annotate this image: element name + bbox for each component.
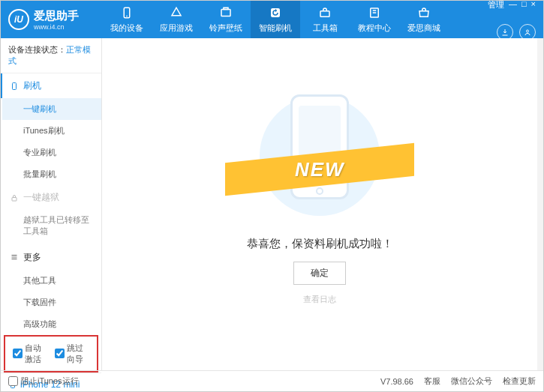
nav-flash[interactable]: 智能刷机 (251, 1, 300, 38)
app-logo-icon: iU (8, 9, 29, 30)
logo-block: iU 爱思助手 www.i4.cn (1, 9, 102, 31)
sidebar: 设备连接状态：正常模式 刷机 一键刷机 iTunes刷机 专业刷机 批量刷机 (1, 38, 102, 370)
sidebar-item-download[interactable]: 下载固件 (2, 292, 101, 313)
svg-rect-2 (221, 9, 230, 16)
apps-icon (170, 6, 183, 19)
sidebar-header-more[interactable]: 更多 (2, 245, 101, 270)
ribbon-text: NEW (295, 158, 345, 181)
user-icon (523, 28, 532, 37)
nav-my-device[interactable]: 我的设备 (102, 1, 152, 38)
body: 设备连接状态：正常模式 刷机 一键刷机 iTunes刷机 专业刷机 批量刷机 (1, 38, 543, 370)
sidebar-header-label: 更多 (23, 251, 41, 264)
sidebar-item-advanced[interactable]: 高级功能 (2, 313, 101, 335)
sidebar-header-label: 一键越狱 (23, 191, 59, 204)
conn-label: 设备连接状态： (8, 45, 66, 54)
block-itunes-input[interactable] (8, 376, 18, 386)
success-message: 恭喜您，保资料刷机成功啦！ (247, 237, 393, 251)
checkbox-label: 自动激活 (25, 343, 47, 365)
block-itunes-label: 阻止iTunes运行 (21, 376, 79, 387)
sidebar-item-oneclick[interactable]: 一键刷机 (2, 98, 101, 120)
sidebar-section-more: 更多 其他工具 下载固件 高级功能 (1, 245, 101, 335)
scrollbar[interactable] (537, 38, 543, 370)
phone-icon (120, 6, 134, 19)
svg-rect-3 (224, 7, 228, 9)
phone-icon (10, 82, 19, 91)
nav-ringtones[interactable]: 铃声壁纸 (201, 1, 251, 38)
svg-rect-5 (320, 10, 329, 16)
statusbar: 阻止iTunes运行 V7.98.66 客服 微信公众号 检查更新 (1, 370, 543, 391)
update-link[interactable]: 检查更新 (503, 376, 536, 387)
svg-point-9 (527, 30, 529, 32)
sidebar-item-other[interactable]: 其他工具 (2, 270, 101, 292)
wallpaper-icon (219, 6, 233, 19)
titlebar: iU 爱思助手 www.i4.cn 我的设备 应用游戏 铃声壁纸 智能刷机 (1, 1, 543, 38)
nav-label: 智能刷机 (259, 22, 292, 34)
sidebar-item-itunes[interactable]: iTunes刷机 (2, 120, 101, 142)
menu-icon (10, 253, 19, 262)
sidebar-header-label: 刷机 (23, 79, 41, 92)
nav-label: 工具箱 (313, 22, 338, 34)
maximize-button[interactable]: □ (521, 0, 527, 10)
checkbox-label: 跳过向导 (67, 343, 89, 365)
main-content: NEW 恭喜您，保资料刷机成功啦！ 确定 查看日志 (102, 38, 537, 370)
nav-label: 铃声壁纸 (209, 22, 242, 34)
connection-status: 设备连接状态：正常模式 (1, 38, 101, 73)
sidebar-item-pro[interactable]: 专业刷机 (2, 142, 101, 163)
nav-label: 教程中心 (358, 22, 391, 34)
app-name: 爱思助手 (34, 9, 79, 23)
view-log-link[interactable]: 查看日志 (303, 294, 336, 305)
sidebar-header-flash[interactable]: 刷机 (1, 73, 101, 98)
close-button[interactable]: × (531, 0, 536, 10)
svg-rect-10 (13, 82, 17, 89)
skip-guide-checkbox[interactable]: 跳过向导 (55, 343, 89, 365)
nav-store[interactable]: 爱思商城 (399, 1, 449, 38)
block-itunes-checkbox[interactable]: 阻止iTunes运行 (8, 376, 79, 387)
nav-tabs: 我的设备 应用游戏 铃声壁纸 智能刷机 工具箱 教程中心 (102, 1, 488, 38)
auto-activate-input[interactable] (13, 349, 23, 358)
nav-label: 应用游戏 (160, 22, 193, 34)
wechat-link[interactable]: 微信公众号 (451, 376, 492, 387)
toolbox-icon (318, 6, 332, 19)
sidebar-section-jailbreak: 一键越狱 越狱工具已转移至工具箱 (1, 185, 101, 245)
menu-button[interactable]: 管理 (488, 0, 504, 10)
download-icon (500, 28, 509, 37)
nav-label: 爱思商城 (407, 22, 440, 34)
nav-label: 我的设备 (110, 22, 143, 34)
store-icon (417, 6, 431, 19)
window-controls: 管理 — □ × (488, 0, 536, 10)
status-right: V7.98.66 客服 微信公众号 检查更新 (380, 376, 536, 387)
minimize-button[interactable]: — (509, 0, 517, 10)
auto-activate-checkbox[interactable]: 自动激活 (13, 343, 47, 365)
options-checkboxes: 自动激活 跳过向导 (4, 335, 98, 373)
app-window: iU 爱思助手 www.i4.cn 我的设备 应用游戏 铃声壁纸 智能刷机 (0, 0, 544, 392)
sidebar-section-flash: 刷机 一键刷机 iTunes刷机 专业刷机 批量刷机 (1, 73, 101, 185)
jailbreak-note: 越狱工具已转移至工具箱 (2, 210, 101, 245)
svg-rect-11 (12, 197, 17, 201)
success-illustration: NEW (245, 88, 395, 223)
skip-guide-input[interactable] (55, 349, 65, 358)
nav-toolbox[interactable]: 工具箱 (300, 1, 350, 38)
lock-icon (10, 193, 19, 202)
ok-button[interactable]: 确定 (293, 262, 346, 285)
refresh-icon (269, 6, 282, 19)
nav-tutorials[interactable]: 教程中心 (350, 1, 399, 38)
app-url: www.i4.cn (34, 23, 79, 31)
sidebar-item-batch[interactable]: 批量刷机 (2, 163, 101, 185)
nav-apps[interactable]: 应用游戏 (152, 1, 201, 38)
service-link[interactable]: 客服 (424, 376, 440, 387)
book-icon (368, 6, 381, 19)
sidebar-header-jailbreak[interactable]: 一键越狱 (2, 185, 101, 210)
titlebar-right: 管理 — □ × (488, 0, 543, 40)
version-label: V7.98.66 (380, 377, 413, 386)
